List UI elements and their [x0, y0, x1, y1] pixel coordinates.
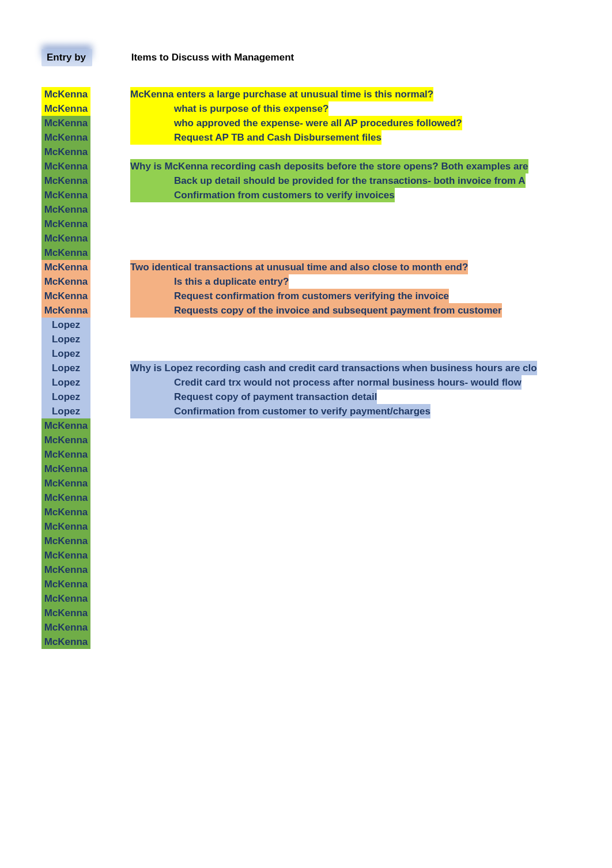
data-rows: McKennaMcKenna enters a large purchase a… — [41, 87, 537, 649]
entry-by-cell[interactable]: Lopez — [41, 404, 90, 418]
data-row: McKenna — [41, 246, 537, 260]
data-row: LopezCredit card trx would not process a… — [41, 375, 537, 390]
data-row: McKenna — [41, 490, 537, 505]
entry-by-cell[interactable]: McKenna — [41, 505, 90, 519]
data-row: LopezWhy is Lopez recording cash and cre… — [41, 361, 537, 375]
data-row: LopezConfirmation from customer to verif… — [41, 404, 537, 418]
entry-by-cell[interactable]: McKenna — [41, 246, 90, 260]
entry-by-cell[interactable]: Lopez — [41, 318, 90, 332]
entry-by-cell[interactable]: Lopez — [41, 390, 90, 404]
data-row: McKennaConfirmation from customers to ve… — [41, 188, 537, 202]
data-row: McKenna — [41, 563, 537, 577]
data-row: McKenna — [41, 505, 537, 519]
entry-by-cell[interactable]: McKenna — [41, 274, 90, 289]
data-row: McKenna — [41, 462, 537, 476]
data-row: McKenna — [41, 476, 537, 490]
entry-by-cell[interactable]: Lopez — [41, 346, 90, 361]
data-row: McKennaRequest AP TB and Cash Disburseme… — [41, 130, 537, 145]
entry-by-cell[interactable]: McKenna — [41, 563, 90, 577]
entry-by-cell[interactable]: McKenna — [41, 620, 90, 635]
data-row: McKenna — [41, 202, 537, 217]
entry-by-cell[interactable]: McKenna — [41, 519, 90, 534]
entry-by-cell[interactable]: McKenna — [41, 490, 90, 505]
entry-by-cell[interactable]: McKenna — [41, 635, 90, 649]
entry-by-cell[interactable]: Lopez — [41, 332, 90, 346]
discussion-item-cell[interactable]: Two identical transactions at unusual ti… — [130, 260, 468, 274]
data-row: McKenna — [41, 606, 537, 620]
data-row: McKenna — [41, 548, 537, 563]
data-row: McKenna — [41, 534, 537, 548]
data-row: LopezRequest copy of payment transaction… — [41, 390, 537, 404]
data-row: McKennaBack up detail should be provided… — [41, 173, 537, 188]
entry-by-cell[interactable]: McKenna — [41, 173, 90, 188]
data-row: Lopez — [41, 318, 537, 332]
data-row: McKennaTwo identical transactions at unu… — [41, 260, 537, 274]
discussion-item-cell[interactable]: who approved the expense- were all AP pr… — [130, 116, 462, 130]
data-row: McKenna — [41, 418, 537, 433]
data-row: McKennawho approved the expense- were al… — [41, 116, 537, 130]
data-row: McKenna — [41, 433, 537, 447]
entry-by-cell[interactable]: McKenna — [41, 217, 90, 231]
entry-by-cell[interactable]: McKenna — [41, 418, 90, 433]
entry-by-cell[interactable]: Lopez — [41, 375, 90, 390]
entry-by-cell[interactable]: McKenna — [41, 577, 90, 591]
entry-by-cell[interactable]: McKenna — [41, 462, 90, 476]
entry-by-cell[interactable]: McKenna — [41, 188, 90, 202]
entry-by-cell[interactable]: McKenna — [41, 145, 90, 159]
discussion-item-cell[interactable]: what is purpose of this expense? — [130, 101, 328, 116]
discussion-item-cell[interactable]: Why is McKenna recording cash deposits b… — [130, 159, 528, 173]
data-row: McKenna — [41, 591, 537, 606]
discussion-item-cell[interactable]: Requests copy of the invoice and subsequ… — [130, 303, 502, 318]
header-entry-by[interactable]: Entry by — [41, 49, 92, 66]
data-row: McKenna — [41, 577, 537, 591]
data-row: McKenna — [41, 145, 537, 159]
discussion-item-cell[interactable]: Confirmation from customers to verify in… — [130, 188, 395, 202]
data-row: McKennaRequest confirmation from custome… — [41, 289, 537, 303]
entry-by-cell[interactable]: McKenna — [41, 476, 90, 490]
entry-by-cell[interactable]: McKenna — [41, 534, 90, 548]
entry-by-cell[interactable]: McKenna — [41, 303, 90, 318]
data-row: McKenna — [41, 620, 537, 635]
data-row: McKennaRequests copy of the invoice and … — [41, 303, 537, 318]
entry-by-cell[interactable]: McKenna — [41, 231, 90, 246]
entry-by-cell[interactable]: McKenna — [41, 433, 90, 447]
data-row: McKennaMcKenna enters a large purchase a… — [41, 87, 537, 101]
entry-by-cell[interactable]: McKenna — [41, 548, 90, 563]
data-row: McKennaWhy is McKenna recording cash dep… — [41, 159, 537, 173]
entry-by-cell[interactable]: McKenna — [41, 130, 90, 145]
data-row: Lopez — [41, 332, 537, 346]
discussion-item-cell[interactable]: Is this a duplicate entry? — [130, 274, 289, 289]
discussion-item-cell[interactable]: Credit card trx would not process after … — [130, 375, 522, 390]
data-row: McKenna — [41, 447, 537, 462]
discussion-item-cell[interactable]: Why is Lopez recording cash and credit c… — [130, 361, 537, 375]
data-row: McKenna — [41, 635, 537, 649]
data-row: McKennaIs this a duplicate entry? — [41, 274, 537, 289]
discussion-item-cell[interactable]: McKenna enters a large purchase at unusu… — [130, 87, 433, 101]
discussion-item-cell[interactable]: Request copy of payment transaction deta… — [130, 390, 377, 404]
discussion-item-cell[interactable]: Confirmation from customer to verify pay… — [130, 404, 430, 418]
data-row: McKenna — [41, 217, 537, 231]
data-row: McKenna — [41, 231, 537, 246]
entry-by-cell[interactable]: McKenna — [41, 101, 90, 116]
discussion-item-cell[interactable]: Request confirmation from customers veri… — [130, 289, 449, 303]
entry-by-cell[interactable]: McKenna — [41, 159, 90, 173]
entry-by-cell[interactable]: McKenna — [41, 260, 90, 274]
data-row: Lopez — [41, 346, 537, 361]
data-row: McKenna — [41, 519, 537, 534]
entry-by-cell[interactable]: McKenna — [41, 289, 90, 303]
entry-by-cell[interactable]: Lopez — [41, 361, 90, 375]
entry-by-cell[interactable]: McKenna — [41, 606, 90, 620]
discussion-item-cell[interactable]: Request AP TB and Cash Disbursement file… — [130, 130, 381, 145]
entry-by-cell[interactable]: McKenna — [41, 591, 90, 606]
header-row: Entry by Items to Discuss with Managemen… — [41, 49, 537, 66]
entry-by-cell[interactable]: McKenna — [41, 447, 90, 462]
data-row: McKennawhat is purpose of this expense? — [41, 101, 537, 116]
entry-by-cell[interactable]: McKenna — [41, 202, 90, 217]
spreadsheet-area: Entry by Items to Discuss with Managemen… — [41, 49, 537, 649]
header-items[interactable]: Items to Discuss with Management — [95, 49, 522, 66]
discussion-item-cell[interactable]: Back up detail should be provided for th… — [130, 173, 526, 188]
entry-by-cell[interactable]: McKenna — [41, 87, 90, 101]
entry-by-cell[interactable]: McKenna — [41, 116, 90, 130]
